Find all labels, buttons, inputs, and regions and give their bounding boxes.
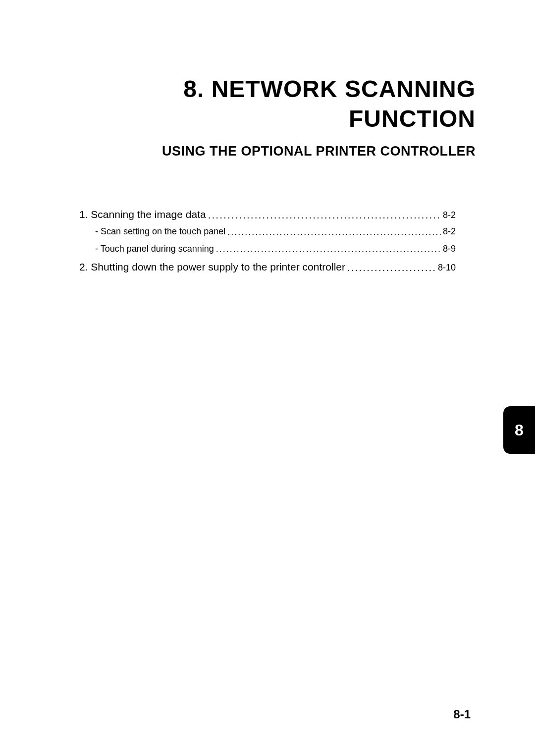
toc-label: 2. Shutting down the power supply to the… [79,261,345,273]
toc-label: 1. Scanning the image data [79,209,206,220]
toc-page: 8-10 [438,263,456,273]
toc-leader [227,227,441,237]
toc-label: - Touch panel during scanning [95,244,214,254]
table-of-contents: 1. Scanning the image data 8-2 - Scan se… [59,209,476,273]
toc-leader [216,244,441,255]
chapter-title-line1: 8. NETWORK SCANNING [59,74,476,104]
toc-entry: 1. Scanning the image data 8-2 [79,209,456,220]
toc-page: 8-9 [443,244,456,254]
toc-leader [347,262,436,273]
toc-entry: - Scan setting on the touch panel 8-2 [79,226,456,237]
toc-leader [208,209,441,221]
toc-page: 8-2 [443,226,456,237]
toc-entry: 2. Shutting down the power supply to the… [79,261,456,273]
chapter-tab-number: 8 [515,421,524,439]
chapter-subtitle: USING THE OPTIONAL PRINTER CONTROLLER [59,144,476,159]
chapter-title: 8. NETWORK SCANNING FUNCTION [59,74,476,134]
page-number: 8-1 [453,707,471,721]
chapter-tab: 8 [503,406,535,454]
chapter-title-line2: FUNCTION [59,104,476,134]
document-page: 8. NETWORK SCANNING FUNCTION USING THE O… [0,0,535,756]
toc-label: - Scan setting on the touch panel [95,226,225,237]
toc-page: 8-2 [443,210,456,220]
toc-entry: - Touch panel during scanning 8-9 [79,244,456,254]
